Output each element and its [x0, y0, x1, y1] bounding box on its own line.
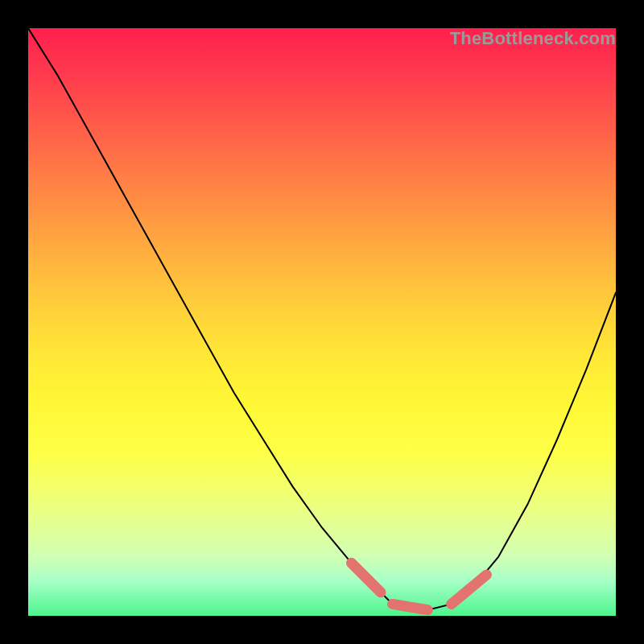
highlight-segment — [452, 575, 487, 605]
highlight-segments — [352, 563, 487, 609]
plot-area: TheBottleneck.com — [28, 28, 616, 616]
bottleneck-curve — [28, 28, 616, 610]
chart-frame: TheBottleneck.com — [0, 0, 644, 644]
curve-layer — [28, 28, 616, 616]
highlight-segment — [393, 604, 428, 609]
highlight-segment — [352, 563, 382, 592]
